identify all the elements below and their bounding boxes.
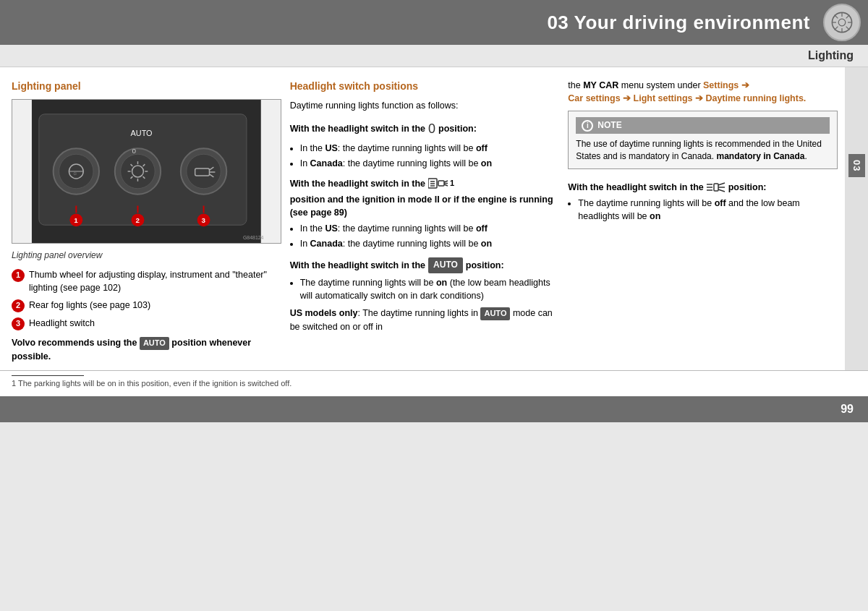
item-3-text: Headlight switch xyxy=(29,317,95,330)
list-item-2: 2 Rear fog lights (see page 103) xyxy=(12,299,281,312)
svg-text:0: 0 xyxy=(132,148,137,155)
settings-path: Car settings ➔ Light settings ➔ Daytime … xyxy=(568,93,806,103)
section-pos-1-heading: With the headlight switch in the 1 xyxy=(290,177,560,219)
svg-text:3: 3 xyxy=(202,217,206,225)
us-auto-badge: AUTO xyxy=(480,307,510,320)
last-section-bullets: The daytime running lights will be off a… xyxy=(578,197,838,223)
note-header: i NOTE xyxy=(576,117,830,134)
section-pos-0-bullets: In the US: the daytime running lights wi… xyxy=(300,142,560,170)
svg-text:2: 2 xyxy=(135,217,140,225)
auto-badge: AUTO xyxy=(140,337,169,350)
svg-line-51 xyxy=(444,181,448,182)
right-sidebar: 03 xyxy=(845,67,868,370)
svg-line-9 xyxy=(835,27,838,30)
svg-text:1: 1 xyxy=(74,217,78,225)
info-icon: i xyxy=(582,120,593,132)
svg-line-8 xyxy=(846,15,850,19)
svg-line-58 xyxy=(718,183,725,185)
note-title: NOTE xyxy=(597,119,621,132)
middle-intro: Daytime running lights function as follo… xyxy=(290,99,560,112)
chapter-number: 03 xyxy=(848,154,865,177)
svg-text:G848124: G848124 xyxy=(243,235,264,240)
right-column: the MY CAR menu system under Settings ➔ … xyxy=(568,79,838,363)
page-number: 99 xyxy=(841,403,854,416)
svg-rect-50 xyxy=(438,181,444,186)
page-number-bar: 99 xyxy=(0,396,868,422)
section-pos-1-bullets: In the US: the daytime running lights wi… xyxy=(300,222,560,250)
panel-caption: Lighting panel overview xyxy=(12,249,281,262)
middle-col-title: Headlight switch positions xyxy=(290,79,560,93)
section-pos-auto-bullets: The daytime running lights will be on (t… xyxy=(300,276,560,302)
header-icon xyxy=(823,4,861,41)
svg-point-30 xyxy=(187,155,221,189)
section-pos-auto-heading: With the headlight switch in the AUTO po… xyxy=(290,257,560,273)
recommendation: Volvo recommends using the AUTO position… xyxy=(12,336,281,363)
item-1-badge: 1 xyxy=(12,269,25,282)
item-2-text: Rear fog lights (see page 103) xyxy=(29,299,150,312)
right-intro: the MY CAR menu system under Settings ➔ … xyxy=(568,79,838,105)
item-2-badge: 2 xyxy=(12,299,25,312)
top-header: 03 Your driving environment xyxy=(0,0,868,45)
last-section-heading: With the headlight switch in the positio… xyxy=(568,181,838,194)
footer-line xyxy=(12,375,84,376)
svg-line-7 xyxy=(846,27,850,30)
panel-image: AUTO ☼ xyxy=(12,99,281,244)
svg-text:☼: ☼ xyxy=(72,170,77,176)
section-label-text: Lighting xyxy=(808,49,854,61)
footer: 1 The parking lights will be on in this … xyxy=(0,370,868,396)
middle-column: Headlight switch positions Daytime runni… xyxy=(290,79,560,363)
item-3-badge: 3 xyxy=(12,317,25,330)
svg-point-1 xyxy=(838,19,846,26)
note-box: i NOTE The use of daytime running lights… xyxy=(568,111,838,168)
us-models-label: US models only xyxy=(290,308,358,318)
svg-line-53 xyxy=(444,184,448,186)
us-models-section: US models only: The daytime running ligh… xyxy=(290,307,560,333)
svg-line-60 xyxy=(718,189,725,192)
content-columns: Lighting panel AUTO xyxy=(0,67,845,370)
svg-point-19 xyxy=(121,155,156,189)
section-pos-0-heading: With the headlight switch in the 0 posit… xyxy=(290,119,560,138)
list-item-1: 1 Thumb wheel for adjusting display, ins… xyxy=(12,268,281,294)
svg-text:AUTO: AUTO xyxy=(131,129,153,137)
section-label: Lighting xyxy=(0,45,868,67)
footnote: 1 The parking lights will be on in this … xyxy=(12,379,292,388)
left-column: Lighting panel AUTO xyxy=(12,79,281,363)
list-item-3: 3 Headlight switch xyxy=(12,317,281,330)
svg-line-6 xyxy=(835,15,838,19)
left-col-title: Lighting panel xyxy=(12,79,281,93)
page-title: 03 Your driving environment xyxy=(547,12,810,34)
auto-pos-badge: AUTO xyxy=(428,257,463,273)
settings-arrow: Settings ➔ xyxy=(703,80,749,90)
svg-rect-57 xyxy=(714,184,718,191)
item-1-text: Thumb wheel for adjusting display, instr… xyxy=(29,268,281,294)
